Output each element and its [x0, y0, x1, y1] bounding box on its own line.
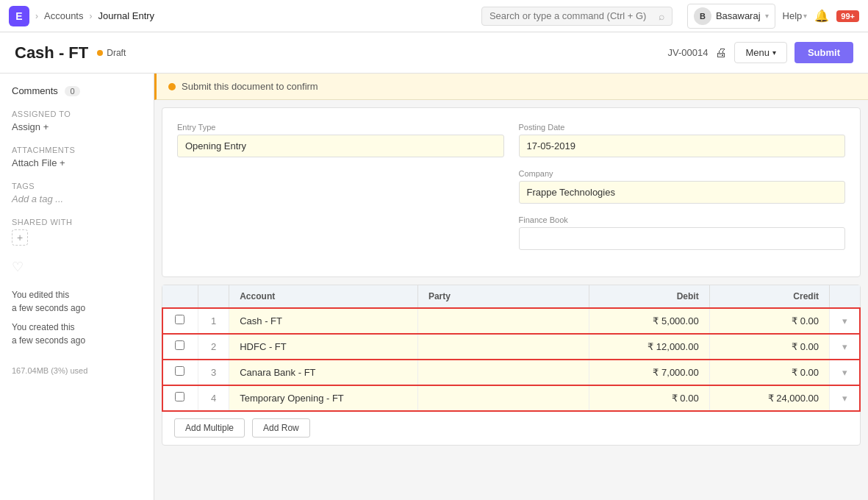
avatar: B: [694, 7, 711, 25]
table-section: Account Party Debit Credit 1 Cash - FT ₹…: [162, 285, 861, 446]
activity-2: You created this a few seconds ago: [12, 321, 142, 347]
row-checkbox[interactable]: [162, 308, 198, 334]
row-checkbox[interactable]: [162, 360, 198, 385]
attach-file-link[interactable]: Attach File +: [12, 157, 65, 168]
th-action: [830, 285, 860, 308]
row-credit: ₹ 0.00: [709, 360, 829, 385]
entry-type-group: Entry Type: [177, 123, 504, 157]
add-row-button[interactable]: Add Row: [252, 418, 310, 438]
user-menu-button[interactable]: B Basawaraj ▾: [687, 4, 775, 29]
row-account[interactable]: Canara Bank - FT: [229, 360, 418, 385]
status-label: Draft: [107, 48, 126, 58]
header-right: JV-00014 🖨 Menu ▾ Submit: [667, 42, 853, 63]
row-debit: ₹ 0.00: [589, 385, 709, 411]
company-group: Company: [519, 169, 846, 204]
breadcrumb-journal-entry[interactable]: Journal Entry: [98, 10, 154, 21]
row-num: 3: [198, 360, 229, 385]
row-debit: ₹ 12,000.00: [589, 334, 709, 360]
help-button[interactable]: Help ▾: [783, 10, 808, 21]
row-checkbox[interactable]: [162, 385, 198, 411]
alert-bar: Submit this document to confirm: [154, 74, 868, 100]
add-tag-link[interactable]: Add a tag ...: [12, 193, 63, 204]
company-input[interactable]: [519, 181, 846, 204]
search-bar[interactable]: ⌕: [481, 7, 672, 26]
tags-label: TAGS: [12, 182, 142, 190]
finance-book-label: Finance Book: [519, 215, 846, 224]
row-num: 4: [198, 385, 229, 411]
heart-icon[interactable]: ♡: [12, 260, 24, 274]
bell-icon[interactable]: 🔔: [814, 9, 829, 23]
row-credit: ₹ 0.00: [709, 334, 829, 360]
row-debit: ₹ 7,000.00: [589, 360, 709, 385]
finance-book-input[interactable]: [519, 227, 846, 250]
entry-type-input[interactable]: [177, 135, 504, 157]
finance-book-group: Finance Book: [519, 215, 846, 250]
draft-dot-icon: [97, 50, 103, 56]
th-credit: Credit: [709, 285, 829, 308]
table-row: 3 Canara Bank - FT ₹ 7,000.00 ₹ 0.00 ▾: [162, 360, 860, 385]
row-debit: ₹ 5,000.00: [589, 308, 709, 334]
shared-with-section: SHARED WITH +: [12, 218, 142, 246]
attachments-section: ATTACHMENTS Attach File +: [12, 146, 142, 168]
row-account[interactable]: Cash - FT: [229, 308, 418, 334]
row-party[interactable]: [417, 308, 589, 334]
table-row: 4 Temporary Opening - FT ₹ 0.00 ₹ 24,000…: [162, 385, 860, 411]
print-button[interactable]: 🖨: [715, 46, 727, 60]
page-header: Cash - FT Draft JV-00014 🖨 Menu ▾ Submit: [0, 32, 868, 74]
row-party[interactable]: [417, 334, 589, 360]
row-num: 1: [198, 308, 229, 334]
tags-section: TAGS Add a tag ...: [12, 182, 142, 204]
add-multiple-button[interactable]: Add Multiple: [174, 418, 245, 438]
menu-button[interactable]: Menu ▾: [734, 42, 787, 63]
activity-1: You edited this a few seconds ago: [12, 288, 142, 315]
breadcrumb-chevron-1: ›: [35, 11, 38, 21]
shared-add-button[interactable]: +: [12, 229, 28, 246]
activity-section: You edited this a few seconds ago You cr…: [12, 288, 142, 347]
form-row-1: Entry Type Posting Date: [177, 123, 845, 157]
posting-date-label: Posting Date: [519, 123, 846, 132]
row-action-button[interactable]: ▾: [830, 334, 860, 360]
table-footer: Add Multiple Add Row: [162, 411, 860, 445]
menu-label: Menu: [745, 47, 770, 58]
submit-button[interactable]: Submit: [795, 42, 853, 63]
comments-count: 0: [65, 86, 79, 96]
form-section: Entry Type Posting Date Company Finan: [162, 107, 861, 277]
notification-badge[interactable]: 99+: [836, 10, 859, 22]
row-party[interactable]: [417, 360, 589, 385]
comments-section: Comments 0: [12, 85, 142, 96]
assign-link[interactable]: Assign +: [12, 121, 49, 132]
help-label: Help: [783, 10, 803, 21]
th-num: [198, 285, 229, 308]
row-checkbox[interactable]: [162, 334, 198, 360]
user-chevron-icon: ▾: [765, 12, 769, 20]
company-label: Company: [519, 169, 846, 178]
th-debit: Debit: [589, 285, 709, 308]
row-action-button[interactable]: ▾: [830, 385, 860, 411]
row-num: 2: [198, 334, 229, 360]
sidebar: Comments 0 ASSIGNED TO Assign + ATTACHME…: [0, 74, 154, 500]
attachments-label: ATTACHMENTS: [12, 146, 142, 154]
menu-chevron-icon: ▾: [772, 49, 776, 57]
table-row: 1 Cash - FT ₹ 5,000.00 ₹ 0.00 ▾: [162, 308, 860, 334]
form-row-3: Finance Book: [177, 215, 845, 250]
row-action-button[interactable]: ▾: [830, 308, 860, 334]
row-account[interactable]: Temporary Opening - FT: [229, 385, 418, 411]
jv-code: JV-00014: [667, 47, 708, 58]
th-party: Party: [417, 285, 589, 308]
posting-date-input[interactable]: [519, 135, 846, 157]
th-checkbox: [162, 285, 198, 308]
content: Submit this document to confirm Entry Ty…: [154, 74, 868, 500]
row-account[interactable]: HDFC - FT: [229, 334, 418, 360]
search-input[interactable]: [489, 10, 654, 21]
breadcrumb-accounts[interactable]: Accounts: [44, 10, 83, 21]
alert-message: Submit this document to confirm: [182, 81, 318, 92]
form-row-2: Company: [177, 169, 845, 204]
th-account: Account: [229, 285, 418, 308]
row-action-button[interactable]: ▾: [830, 360, 860, 385]
entry-type-label: Entry Type: [177, 123, 504, 132]
row-credit: ₹ 0.00: [709, 308, 829, 334]
row-party[interactable]: [417, 385, 589, 411]
top-nav: E › Accounts › Journal Entry ⌕ B Basawar…: [0, 0, 868, 32]
heart-section: ♡: [12, 259, 142, 275]
table-row: 2 HDFC - FT ₹ 12,000.00 ₹ 0.00 ▾: [162, 334, 860, 360]
